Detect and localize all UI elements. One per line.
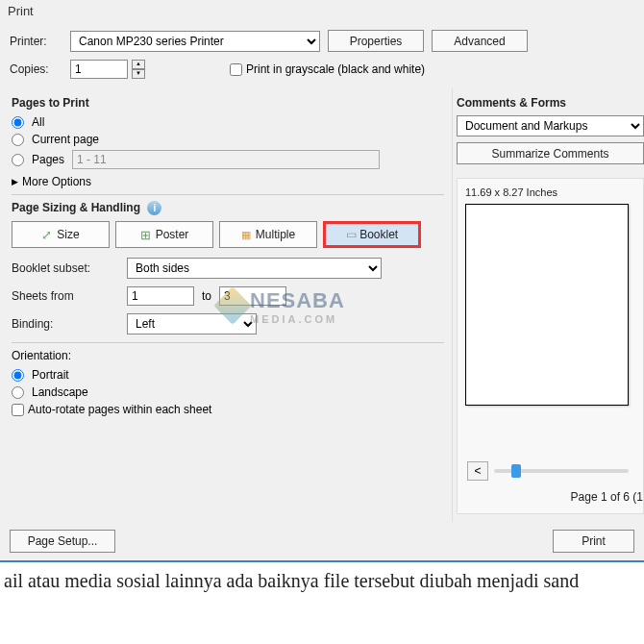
binding-select[interactable]: Left — [127, 313, 257, 334]
printer-select[interactable]: Canon MP230 series Printer — [70, 31, 320, 52]
orientation-title: Orientation: — [12, 349, 444, 362]
pages-range-input[interactable] — [72, 150, 380, 169]
poster-icon: ⊞ — [140, 228, 151, 242]
poster-button[interactable]: ⊞ Poster — [115, 221, 213, 248]
radio-all-label: All — [32, 115, 44, 129]
page-setup-button[interactable]: Page Setup... — [10, 530, 115, 553]
slider-thumb[interactable] — [511, 464, 521, 478]
grayscale-checkbox[interactable] — [230, 63, 242, 76]
multiple-icon: ▦ — [241, 229, 251, 241]
background-article-text: ail atau media sosial lainnya ada baikny… — [0, 562, 644, 600]
comments-title: Comments & Forms — [457, 96, 644, 110]
radio-portrait-label: Portrait — [32, 368, 69, 382]
preview-dimensions: 11.69 x 8.27 Inches — [465, 186, 643, 198]
booklet-button[interactable]: ▭ Booklet — [323, 221, 421, 248]
radio-pages-label: Pages — [32, 153, 64, 166]
pages-to-print-title: Pages to Print — [12, 96, 444, 110]
page-preview-image — [465, 204, 629, 406]
advanced-button[interactable]: Advanced — [432, 30, 528, 52]
sheets-to-label: to — [202, 289, 211, 303]
booklet-icon: ▭ — [346, 228, 357, 241]
radio-all[interactable] — [12, 116, 24, 129]
print-preview: 11.69 x 8.27 Inches < Page 1 of 6 (1 — [457, 178, 644, 514]
info-icon[interactable]: i — [147, 201, 161, 215]
autorotate-label: Auto-rotate pages within each sheet — [28, 403, 211, 416]
radio-pages[interactable] — [12, 154, 24, 166]
radio-current-label: Current page — [32, 133, 99, 146]
chevron-left-icon: < — [474, 464, 481, 478]
autorotate-checkbox[interactable] — [12, 404, 24, 416]
radio-landscape-label: Landscape — [32, 385, 88, 399]
grayscale-label: Print in grayscale (black and white) — [246, 62, 425, 76]
divider — [12, 194, 444, 195]
booklet-subset-label: Booklet subset: — [12, 261, 127, 275]
sizing-title: Page Sizing & Handling i — [12, 201, 444, 215]
summarize-button[interactable]: Summarize Comments — [457, 142, 644, 164]
prev-page-button[interactable]: < — [467, 461, 488, 481]
spinner-up-icon[interactable]: ▲ — [132, 60, 145, 69]
page-info: Page 1 of 6 (1 — [571, 490, 643, 504]
copies-spinner[interactable]: ▲ ▼ — [132, 60, 145, 79]
copies-label: Copies: — [10, 62, 62, 76]
spinner-down-icon[interactable]: ▼ — [132, 69, 145, 79]
multiple-button[interactable]: ▦ Multiple — [219, 221, 317, 248]
sheets-from-input[interactable] — [127, 286, 194, 306]
radio-landscape[interactable] — [12, 386, 24, 399]
radio-portrait[interactable] — [12, 369, 24, 382]
size-icon: ⤢ — [41, 228, 52, 242]
print-button[interactable]: Print — [553, 530, 634, 553]
comments-select[interactable]: Document and Markups — [457, 115, 644, 136]
radio-current[interactable] — [12, 134, 24, 146]
size-button[interactable]: ⤢ Size — [12, 221, 110, 248]
triangle-right-icon: ▶ — [12, 177, 18, 186]
copies-input[interactable] — [70, 60, 128, 79]
page-slider[interactable] — [494, 469, 629, 473]
divider — [12, 342, 444, 343]
more-options-label: More Options — [22, 175, 91, 188]
more-options-toggle[interactable]: ▶ More Options — [12, 175, 444, 188]
sheets-to-input[interactable] — [219, 286, 286, 306]
booklet-subset-select[interactable]: Both sides — [127, 258, 382, 279]
dialog-title: Print — [0, 0, 644, 22]
sheets-from-label: Sheets from — [12, 289, 127, 303]
properties-button[interactable]: Properties — [328, 30, 424, 52]
binding-label: Binding: — [12, 317, 127, 331]
printer-label: Printer: — [10, 35, 62, 48]
